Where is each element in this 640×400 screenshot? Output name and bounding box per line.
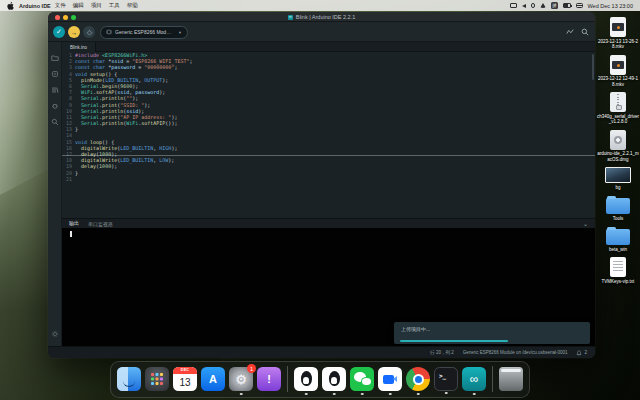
console-cursor	[70, 231, 72, 237]
ide-toolbar: ✓ → Generic ESP8266 Mod… ▼	[48, 22, 595, 42]
board-selector-dropdown[interactable]: Generic ESP8266 Mod… ▼	[100, 26, 188, 39]
upload-button[interactable]: →	[68, 26, 80, 38]
desktop-icon-video[interactable]: 2023-12-12 12-49-18.mkv	[597, 55, 639, 88]
serial-plotter-icon[interactable]	[566, 28, 574, 36]
window-title: ∞ Blink | Arduino IDE 2.2.1	[48, 12, 595, 22]
tab-blink-ino[interactable]: Blink.ino	[62, 42, 96, 52]
debug-button[interactable]	[83, 26, 95, 38]
desktop-icon-archive[interactable]: ch340g_serial_driver_v1.2.8.0	[597, 92, 639, 125]
status-bar: 行 20，列 2 Generic ESP8266 Module on /dev/…	[48, 346, 595, 358]
menu-item-5[interactable]: 帮助	[127, 2, 138, 9]
active-app-name[interactable]: Arduino IDE	[19, 3, 51, 9]
line-content: }	[75, 126, 78, 132]
desktop-icon-dmg[interactable]: arduino-ide_2.2.1_macOS.dmg	[597, 130, 639, 163]
panel-tab-串口监视器[interactable]: 串口监视器	[88, 219, 113, 229]
desktop-icon-image[interactable]: bg	[597, 167, 639, 190]
desktop-icon-label: 2023-12-12 12-49-18.mkv	[597, 76, 639, 87]
menu-item-4[interactable]: 工具	[109, 2, 120, 9]
board-port-info[interactable]: Generic ESP8266 Module on /dev/cu.usbser…	[463, 350, 568, 355]
running-indicator-dot	[445, 392, 448, 395]
video-file-icon	[610, 55, 626, 75]
wifi-icon[interactable]	[540, 3, 546, 8]
dock: DEC13A⚙1!>_∞	[110, 361, 530, 398]
running-indicator-dot	[417, 393, 420, 396]
dock-item-calendar[interactable]: DEC13	[173, 367, 197, 391]
dock-item-wechat[interactable]	[350, 367, 374, 391]
screen-mirroring-icon[interactable]	[510, 3, 517, 8]
panel-tab-输出[interactable]: 输出	[69, 219, 79, 229]
editor-scrollbar[interactable]	[592, 54, 594, 80]
arduino-ide-window[interactable]: ∞ Blink | Arduino IDE 2.2.1 ✓ → Generic …	[48, 12, 595, 358]
menu-bar-clock[interactable]: Wed Dec 13 23:00	[588, 3, 633, 9]
desktop-icons: 2023-12-13 13-26-28.mkv2023-12-12 12-49-…	[597, 17, 639, 284]
desktop-icon-folder[interactable]: Tools	[597, 195, 639, 221]
dock-item-system-settings[interactable]: ⚙1	[229, 367, 253, 391]
volume-icon[interactable]	[522, 4, 526, 8]
dock-separator	[492, 366, 493, 392]
verify-button[interactable]: ✓	[53, 26, 65, 38]
battery-icon[interactable]	[563, 3, 571, 8]
input-method-icon[interactable]: 拼	[551, 2, 558, 9]
boards-manager-icon[interactable]	[51, 70, 59, 78]
board-selector-label: Generic ESP8266 Mod…	[115, 29, 171, 35]
dock-item-arduino-ide[interactable]: ∞	[462, 367, 486, 391]
video-file-icon	[610, 17, 626, 37]
dock-item-chrome[interactable]	[406, 367, 430, 391]
bottom-panel-tabs: 输出串口监视器⌄	[62, 218, 595, 228]
dock-item-app-store[interactable]: A	[201, 367, 225, 391]
activity-bar	[48, 42, 62, 346]
sketchbook-folder-icon[interactable]	[51, 54, 59, 62]
dock-item-qq[interactable]	[294, 367, 318, 391]
desktop-icon-label: Tools	[613, 216, 624, 222]
menu-item-1[interactable]: 文件	[55, 2, 66, 9]
running-indicator-dot	[305, 393, 308, 396]
desktop-icon-text[interactable]: TVMKeys-vip.txt	[597, 257, 639, 284]
desktop-icon-label: 2023-12-13 13-26-28.mkv	[597, 39, 639, 50]
feedback-assistant-glyph: !	[257, 367, 281, 391]
editor-tab-bar: Blink.ino	[62, 42, 595, 52]
folder-file-icon	[606, 198, 630, 214]
search-icon[interactable]	[51, 118, 59, 126]
running-indicator-dot	[389, 393, 392, 396]
calendar-month: DEC	[173, 367, 197, 374]
toast-message: 上传项目中...	[401, 326, 430, 332]
desktop-icon-video[interactable]: 2023-12-13 13-26-28.mkv	[597, 17, 639, 50]
debug-icon[interactable]	[51, 102, 59, 110]
library-manager-icon[interactable]	[51, 86, 59, 94]
menu-item-2[interactable]: 编辑	[73, 2, 84, 9]
siri-icon[interactable]	[531, 3, 536, 8]
dock-item-feedback-assistant[interactable]: !	[257, 367, 281, 391]
menu-item-3[interactable]: 项目	[91, 2, 102, 9]
archive-file-icon	[610, 92, 626, 112]
serial-monitor-icon[interactable]	[581, 28, 589, 36]
cursor-position[interactable]: 行 20，列 2	[430, 350, 454, 355]
running-indicator-dot	[473, 393, 476, 396]
dock-item-tencent-meeting[interactable]	[378, 367, 402, 391]
notifications-bell[interactable]: 2	[576, 350, 587, 356]
window-title-bar[interactable]: ∞ Blink | Arduino IDE 2.2.1	[48, 12, 595, 22]
control-center-icon[interactable]	[576, 3, 583, 8]
line-content: delay(1000);	[75, 163, 117, 169]
image-file-icon	[605, 167, 631, 183]
dock-item-qq[interactable]	[322, 367, 346, 391]
app-store-glyph: A	[201, 367, 225, 391]
code-line: 21	[62, 176, 595, 182]
dock-item-terminal[interactable]: >_	[434, 367, 458, 391]
desktop-icon-label: ch340g_serial_driver_v1.2.8.0	[597, 114, 639, 125]
board-chip-icon	[106, 29, 112, 35]
dock-item-trash[interactable]	[499, 367, 523, 391]
toast-progress-bar	[400, 340, 508, 342]
line-content: Serial.println(WiFi.softAPIP());	[75, 120, 177, 126]
arduino-ide-glyph: ∞	[462, 367, 486, 391]
folder-file-icon	[606, 229, 630, 245]
dmg-file-icon	[610, 130, 626, 150]
menu-bar-menus: 文件编辑项目工具帮助	[55, 2, 138, 9]
dock-item-launchpad[interactable]	[145, 367, 169, 391]
dock-item-finder[interactable]	[117, 367, 141, 391]
settings-gear-icon[interactable]	[51, 330, 59, 338]
upload-toast: 上传项目中...	[394, 322, 590, 344]
apple-menu-icon[interactable]	[7, 2, 14, 10]
panel-collapse-icon[interactable]: ⌄	[583, 221, 588, 227]
desktop-icon-folder[interactable]: beta_win	[597, 226, 639, 252]
code-editor[interactable]: 1#include <ESP8266WiFi.h>2const char *ss…	[62, 52, 595, 218]
